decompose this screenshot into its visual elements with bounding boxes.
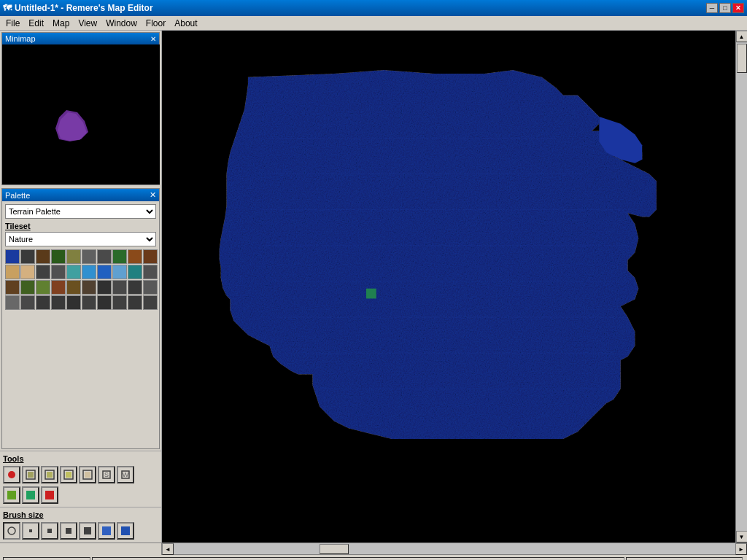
tile-cell-5[interactable]: [82, 249, 96, 264]
app-icon: 🗺: [3, 3, 12, 13]
svg-rect-10: [85, 472, 90, 478]
tile-cell-9[interactable]: [143, 249, 158, 264]
tile-cell-1[interactable]: [20, 249, 35, 264]
minimap-titlebar: Minimap ✕: [2, 33, 159, 44]
tile-cell-20[interactable]: [5, 280, 20, 295]
tile-cell-34[interactable]: [66, 295, 81, 310]
tileset-label: Tileset: [5, 222, 156, 230]
tile-cell-17[interactable]: [112, 265, 127, 279]
hscroll-thumb[interactable]: [320, 544, 349, 554]
brush-size-5[interactable]: [98, 522, 115, 540]
palette-titlebar: Palette ✕: [2, 189, 159, 201]
hscroll-track[interactable]: [174, 543, 735, 554]
tile-cell-23[interactable]: [51, 280, 66, 295]
tile-cell-33[interactable]: [51, 295, 66, 310]
svg-rect-17: [45, 491, 54, 499]
tile-cell-29[interactable]: [143, 280, 158, 295]
scroll-up-button[interactable]: ▲: [736, 31, 748, 42]
tool-selection[interactable]: [22, 466, 39, 483]
minimap-panel: Minimap ✕: [1, 32, 160, 185]
brush-size-2[interactable]: [41, 522, 58, 540]
scroll-thumb[interactable]: [737, 44, 747, 73]
tile-cell-31[interactable]: [20, 295, 35, 310]
tile-cell-27[interactable]: [112, 280, 127, 295]
tile-cell-22[interactable]: [36, 280, 50, 295]
brush-size-3[interactable]: [60, 522, 77, 540]
scroll-track[interactable]: [736, 42, 748, 531]
map-area[interactable]: [162, 31, 735, 542]
menu-window[interactable]: Window: [101, 17, 142, 30]
tile-cell-10[interactable]: [5, 265, 20, 279]
tile-cell-7[interactable]: [112, 249, 127, 264]
tile-cell-30[interactable]: [5, 295, 20, 310]
minimap-close-button[interactable]: ✕: [150, 35, 156, 43]
tile-cell-12[interactable]: [36, 265, 50, 279]
minimap-map-blob: [52, 106, 92, 143]
tool-spawn[interactable]: S: [98, 466, 115, 483]
tile-cell-28[interactable]: [128, 280, 142, 295]
palette-type-select[interactable]: Terrain Palette: [5, 204, 156, 219]
brush-title: Brush size: [3, 510, 158, 519]
minimize-button[interactable]: ─: [706, 3, 718, 13]
tile-cell-19[interactable]: [143, 265, 158, 279]
tool-optional1[interactable]: [3, 486, 20, 504]
tool-fill[interactable]: [60, 466, 77, 483]
tile-cell-38[interactable]: [128, 295, 142, 310]
tile-cell-0[interactable]: [5, 249, 20, 264]
tile-cell-21[interactable]: [20, 280, 35, 295]
palette-close-button[interactable]: ✕: [150, 190, 156, 200]
tile-cell-24[interactable]: [66, 280, 81, 295]
tile-cell-15[interactable]: [82, 265, 96, 279]
tile-cell-16[interactable]: [97, 265, 112, 279]
tile-cell-18[interactable]: [128, 265, 142, 279]
tool-move[interactable]: [41, 466, 58, 483]
tile-cell-11[interactable]: [20, 265, 35, 279]
tile-cell-2[interactable]: [36, 249, 50, 264]
menu-about[interactable]: About: [170, 17, 201, 30]
hscroll-right-button[interactable]: ►: [735, 543, 747, 555]
brush-size-4[interactable]: [79, 522, 96, 540]
menu-view[interactable]: View: [74, 17, 101, 30]
tile-cell-14[interactable]: [66, 265, 81, 279]
tools-title: Tools: [3, 454, 158, 463]
svg-rect-4: [28, 472, 34, 478]
svg-rect-8: [66, 472, 71, 478]
tile-cell-32[interactable]: [36, 295, 50, 310]
scroll-down-button[interactable]: ▼: [736, 531, 748, 542]
main-layout: Minimap ✕ Palette ✕ Terrain Palette: [0, 31, 747, 542]
tileset-select[interactable]: Nature: [5, 232, 156, 246]
tool-pencil[interactable]: [3, 466, 20, 483]
close-button[interactable]: ✕: [732, 3, 744, 13]
tile-cell-4[interactable]: [66, 249, 81, 264]
svg-rect-6: [47, 472, 53, 478]
title-bar: 🗺 Untitled-1* - Remere's Map Editor ─ □ …: [0, 0, 747, 16]
tile-cell-39[interactable]: [143, 295, 158, 310]
brush-size-6[interactable]: [117, 522, 134, 540]
tool-optional2[interactable]: [22, 486, 39, 504]
tile-cell-3[interactable]: [51, 249, 66, 264]
tile-cell-25[interactable]: [82, 280, 96, 295]
brush-size-1[interactable]: [22, 522, 39, 540]
svg-rect-20: [47, 529, 52, 533]
maximize-button[interactable]: □: [719, 3, 731, 13]
tile-cell-26[interactable]: [97, 280, 112, 295]
menu-floor[interactable]: Floor: [142, 17, 170, 30]
tile-cell-35[interactable]: [82, 295, 96, 310]
tile-cell-13[interactable]: [51, 265, 66, 279]
tool-waypoint[interactable]: W: [117, 466, 134, 483]
status-undo: Undo action: [3, 557, 90, 561]
svg-rect-15: [7, 491, 16, 499]
tile-cell-36[interactable]: [97, 295, 112, 310]
tile-cell-6[interactable]: [97, 249, 112, 264]
tile-cell-8[interactable]: [128, 249, 142, 264]
menu-edit[interactable]: Edit: [24, 17, 48, 30]
tool-optional3[interactable]: [41, 486, 58, 504]
tile-cell-37[interactable]: [112, 295, 127, 310]
menu-file[interactable]: File: [1, 17, 24, 30]
tool-erase[interactable]: [79, 466, 96, 483]
menu-map[interactable]: Map: [48, 17, 74, 30]
hscroll-left-button[interactable]: ◄: [162, 543, 174, 555]
hscroll-spacer: [0, 543, 162, 555]
palette-label: Palette: [5, 191, 30, 200]
brush-circle[interactable]: [3, 522, 20, 540]
